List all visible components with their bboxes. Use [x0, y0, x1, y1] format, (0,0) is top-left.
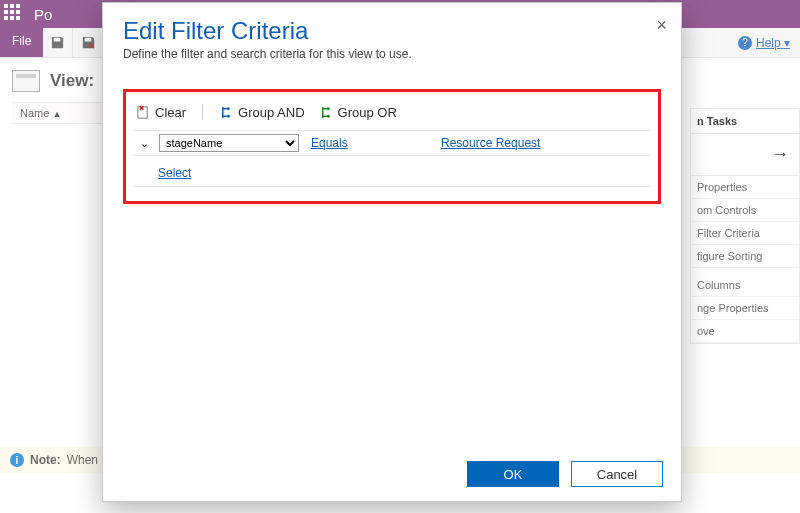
group-or-icon [319, 105, 334, 120]
group-and-icon [219, 105, 234, 120]
clear-button[interactable]: Clear [136, 105, 186, 120]
group-or-label: Group OR [338, 105, 397, 120]
group-or-button[interactable]: Group OR [319, 105, 397, 120]
clear-icon [136, 105, 151, 120]
select-link[interactable]: Select [158, 166, 191, 180]
edit-filter-dialog: Edit Filter Criteria Define the filter a… [102, 2, 682, 502]
group-and-label: Group AND [238, 105, 304, 120]
close-icon[interactable]: × [656, 15, 667, 36]
ok-button[interactable]: OK [467, 461, 559, 487]
dialog-subtitle: Define the filter and search criteria fo… [123, 47, 661, 61]
dialog-title: Edit Filter Criteria [123, 17, 661, 45]
toolbar-separator [202, 104, 203, 120]
clear-label: Clear [155, 105, 186, 120]
svg-point-1 [227, 107, 230, 110]
operator-link[interactable]: Equals [305, 136, 405, 150]
svg-point-4 [327, 114, 330, 117]
svg-point-3 [327, 107, 330, 110]
cancel-button[interactable]: Cancel [571, 461, 663, 487]
group-and-button[interactable]: Group AND [219, 105, 304, 120]
filter-highlight-box: Clear Group AND Group OR ⌄ stageName Equ… [123, 89, 661, 204]
value-link[interactable]: Resource Request [411, 136, 540, 150]
criteria-row: ⌄ stageName Equals Resource Request [134, 130, 650, 156]
field-select[interactable]: stageName [159, 134, 299, 152]
svg-point-2 [227, 114, 230, 117]
filter-toolbar: Clear Group AND Group OR [134, 100, 650, 130]
row-menu-chevron-icon[interactable]: ⌄ [136, 137, 153, 150]
